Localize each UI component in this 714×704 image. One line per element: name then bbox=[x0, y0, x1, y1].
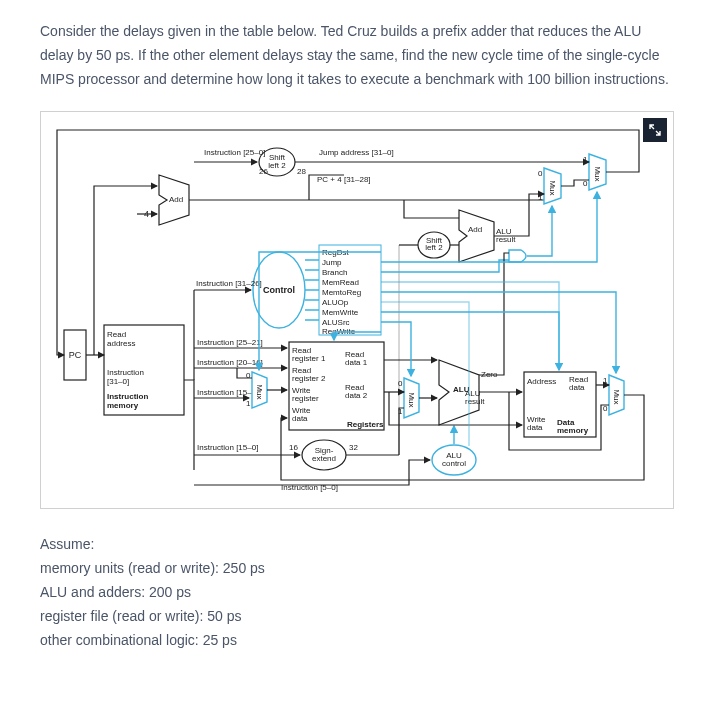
pc-plus4-label: PC + 4 [31–28] bbox=[317, 175, 371, 184]
mips-datapath-svg: PC Readaddress Instruction[31–0] Instruc… bbox=[49, 120, 659, 500]
sig-branch: Branch bbox=[322, 268, 347, 277]
svg-text:Mux: Mux bbox=[255, 385, 264, 400]
svg-text:1: 1 bbox=[246, 399, 251, 408]
assumption-3: other combinational logic: 25 ps bbox=[40, 629, 674, 653]
svg-text:16: 16 bbox=[289, 443, 298, 452]
sig-memwrite: MemWrite bbox=[322, 308, 359, 317]
instr-31-26-label: Instruction [31–26] bbox=[196, 279, 262, 288]
svg-text:Mux: Mux bbox=[593, 167, 602, 182]
svg-text:Shiftleft 2: Shiftleft 2 bbox=[425, 236, 443, 252]
expand-icon[interactable] bbox=[643, 118, 667, 142]
svg-text:Address: Address bbox=[527, 377, 556, 386]
assume-header: Assume: bbox=[40, 533, 674, 557]
svg-text:1: 1 bbox=[583, 155, 588, 164]
assumption-1: ALU and adders: 200 ps bbox=[40, 581, 674, 605]
datapath-diagram: PC Readaddress Instruction[31–0] Instruc… bbox=[40, 111, 674, 509]
registers-label: Registers bbox=[347, 420, 384, 429]
svg-text:32: 32 bbox=[349, 443, 358, 452]
svg-text:Add: Add bbox=[468, 225, 482, 234]
svg-text:Mux: Mux bbox=[407, 393, 416, 408]
assumption-2: register file (read or write): 50 ps bbox=[40, 605, 674, 629]
and-gate bbox=[509, 250, 526, 262]
svg-text:1: 1 bbox=[603, 376, 608, 385]
svg-text:0: 0 bbox=[538, 169, 543, 178]
sig-memtoreg: MemtoReg bbox=[322, 288, 361, 297]
add-label: Add bbox=[169, 195, 183, 204]
svg-text:0: 0 bbox=[246, 371, 251, 380]
assumptions-section: Assume: memory units (read or write): 25… bbox=[40, 533, 674, 652]
svg-text:Sign-extend: Sign-extend bbox=[312, 446, 336, 463]
sig-aluop: ALUOp bbox=[322, 298, 349, 307]
instr-5-0: Instruction [5–0] bbox=[281, 483, 338, 492]
sig-alusrc: ALUSrc bbox=[322, 318, 350, 327]
svg-text:Mux: Mux bbox=[612, 390, 621, 405]
sig-jump: Jump bbox=[322, 258, 342, 267]
question-text: Consider the delays given in the table b… bbox=[40, 20, 674, 91]
instr-25-21: Instruction [25–21] bbox=[197, 338, 263, 347]
control-signals-group: RegDst Jump Branch MemRead MemtoReg ALUO… bbox=[305, 245, 381, 336]
assumption-0: memory units (read or write): 250 ps bbox=[40, 557, 674, 581]
instr-25-0-label: Instruction [25–0] bbox=[204, 148, 265, 157]
control-label: Control bbox=[263, 285, 295, 295]
svg-text:Shiftleft 2: Shiftleft 2 bbox=[268, 153, 286, 170]
val-26: 26 bbox=[259, 167, 268, 176]
sig-memread: MemRead bbox=[322, 278, 359, 287]
add-branch bbox=[459, 210, 494, 262]
val-28: 28 bbox=[297, 167, 306, 176]
instr-20-16: Instruction [20–16] bbox=[197, 358, 263, 367]
instr-15-0: Instruction [15–0] bbox=[197, 443, 258, 452]
svg-text:Mux: Mux bbox=[548, 181, 557, 196]
pc-label: PC bbox=[69, 350, 82, 360]
jump-address-label: Jump address [31–0] bbox=[319, 148, 394, 157]
